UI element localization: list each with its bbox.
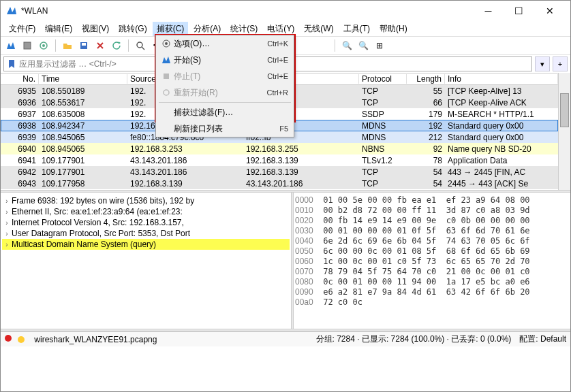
save-file-icon[interactable] xyxy=(76,38,91,53)
packet-row[interactable]: 6943109.177958192.168.3.13943.143.201.18… xyxy=(1,178,558,189)
close-button[interactable]: ✕ xyxy=(534,1,565,20)
window-title: *WLAN xyxy=(21,6,473,16)
status-filename: wireshark_WLANZYEE91.pcapng xyxy=(34,335,157,344)
svg-rect-4 xyxy=(82,43,86,46)
menu-item[interactable]: 选项(O)…Ctrl+K xyxy=(156,35,294,52)
tree-item[interactable]: ›Internet Protocol Version 4, Src: 192.1… xyxy=(2,217,290,228)
svg-point-10 xyxy=(18,336,25,343)
filter-expression-button[interactable]: ▾ xyxy=(535,56,550,71)
menubar: 文件(F)编辑(E)视图(V)跳转(G)捕获(C)分析(A)统计(S)电话(Y)… xyxy=(1,21,570,36)
svg-point-7 xyxy=(165,42,168,45)
packet-row[interactable]: 6940108.945065192.168.3.253192.168.3.255… xyxy=(1,143,558,154)
reload-icon[interactable] xyxy=(109,38,124,53)
maximize-button[interactable]: ☐ xyxy=(504,1,534,20)
filter-add-button[interactable]: + xyxy=(553,56,568,71)
menu-2[interactable]: 视图(V) xyxy=(78,22,113,36)
close-file-icon[interactable] xyxy=(93,38,108,53)
svg-point-5 xyxy=(137,42,142,48)
menu-10[interactable]: 帮助(H) xyxy=(375,22,412,36)
packet-list-scrollbar[interactable] xyxy=(558,73,570,190)
column-header[interactable]: Time xyxy=(39,74,127,84)
menu-9[interactable]: 工具(T) xyxy=(339,22,374,36)
menu-1[interactable]: 编辑(E) xyxy=(41,22,76,36)
column-header[interactable]: Length xyxy=(407,74,445,84)
tree-item[interactable]: ›Multicast Domain Name System (query) xyxy=(2,239,290,250)
svg-point-2 xyxy=(42,44,45,47)
menu-5[interactable]: 分析(A) xyxy=(189,22,225,36)
start-capture-icon[interactable] xyxy=(3,38,18,53)
capture-dropdown-menu: 选项(O)…Ctrl+K开始(S)Ctrl+E停止(T)Ctrl+E重新开始(R… xyxy=(155,35,294,137)
hex-view[interactable]: 0000 01 00 5e 00 00 fb ea e1 ef 23 a9 64… xyxy=(294,193,570,329)
details-pane: ›Frame 6938: 192 bytes on wire (1536 bit… xyxy=(1,193,570,329)
window-titlebar: *WLAN ─ ☐ ✕ xyxy=(1,1,570,21)
zoom-in-icon[interactable]: 🔍 xyxy=(339,38,354,53)
status-packets: 分组: 7284 · 已显示: 7284 (100.0%) · 已丢弃: 0 (… xyxy=(316,333,512,345)
tree-item[interactable]: ›Ethernet II, Src: ea:e1:ef:23:a9:64 (ea… xyxy=(2,206,290,217)
bookmark-icon xyxy=(7,59,16,69)
expert-info-icon[interactable] xyxy=(16,335,26,344)
menu-0[interactable]: 文件(F) xyxy=(5,22,40,36)
svg-rect-0 xyxy=(24,42,31,49)
svg-rect-8 xyxy=(164,74,169,79)
capture-indicator-icon xyxy=(5,335,12,342)
zoom-out-icon[interactable]: 🔍 xyxy=(356,38,371,53)
column-header[interactable]: Protocol xyxy=(359,74,407,84)
app-icon xyxy=(6,5,17,16)
tree-item[interactable]: ›User Datagram Protocol, Src Port: 5353,… xyxy=(2,228,290,239)
menu-item[interactable]: 开始(S)Ctrl+E xyxy=(156,52,294,68)
menu-item[interactable]: 捕获过滤器(F)… xyxy=(156,104,294,120)
menu-7[interactable]: 电话(Y) xyxy=(263,22,298,36)
column-header[interactable]: Info xyxy=(445,74,558,84)
status-bar: wireshark_WLANZYEE91.pcapng 分组: 7284 · 已… xyxy=(1,331,570,346)
svg-point-9 xyxy=(164,90,169,95)
minimize-button[interactable]: ─ xyxy=(473,1,504,20)
menu-6[interactable]: 统计(S) xyxy=(226,22,262,36)
restart-capture-icon[interactable] xyxy=(36,38,51,53)
menu-4[interactable]: 捕获(C) xyxy=(153,22,189,36)
zoom-reset-icon[interactable]: ⊞ xyxy=(372,38,387,53)
stop-capture-icon[interactable] xyxy=(20,38,35,53)
menu-8[interactable]: 无线(W) xyxy=(300,22,337,36)
menu-item: 停止(T)Ctrl+E xyxy=(156,68,294,84)
packet-row[interactable]: 6942109.17790143.143.201.186192.168.3.13… xyxy=(1,166,558,178)
packet-tree[interactable]: ›Frame 6938: 192 bytes on wire (1536 bit… xyxy=(1,193,291,329)
menu-item[interactable]: 刷新接口列表F5 xyxy=(156,120,294,137)
status-profile[interactable]: 配置: Default xyxy=(519,333,566,345)
packet-row[interactable]: 6941109.17790143.143.201.186192.168.3.13… xyxy=(1,154,558,166)
open-file-icon[interactable] xyxy=(60,38,75,53)
menu-3[interactable]: 跳转(G) xyxy=(114,22,151,36)
find-icon[interactable] xyxy=(133,38,148,53)
menu-item: 重新开始(R)Ctrl+R xyxy=(156,84,294,101)
tree-item[interactable]: ›Frame 6938: 192 bytes on wire (1536 bit… xyxy=(2,195,290,206)
column-header[interactable]: No. xyxy=(1,74,39,84)
